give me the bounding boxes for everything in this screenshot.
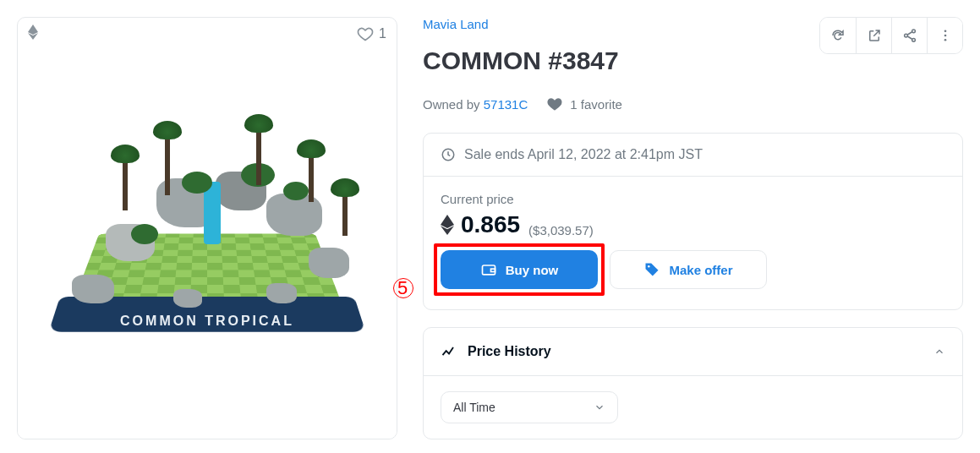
sale-end-text: Sale ends April 12, 2022 at 2:41pm JST: [464, 147, 703, 162]
svg-point-4: [944, 35, 946, 37]
price-usd: ($3,039.57): [528, 223, 594, 237]
history-title: Price History: [468, 344, 551, 359]
svg-point-5: [944, 39, 946, 41]
chain-icon: [28, 25, 38, 42]
top-actions: [819, 17, 963, 54]
favorite-count-large[interactable]: 1 favorite: [546, 96, 622, 112]
favorite-small[interactable]: 1: [357, 25, 386, 42]
favorite-count: 1: [379, 26, 386, 41]
price-history-card: Price History All Time: [423, 327, 963, 439]
svg-point-3: [944, 30, 946, 32]
heart-icon: [546, 96, 563, 112]
refresh-icon: [830, 28, 846, 43]
svg-rect-7: [482, 265, 495, 275]
chevron-down-icon: [594, 401, 605, 413]
buy-now-button[interactable]: Buy now: [441, 250, 598, 289]
price-history-header[interactable]: Price History: [424, 328, 962, 375]
more-icon: [938, 28, 953, 43]
refresh-button[interactable]: [820, 18, 856, 53]
price-label: Current price: [441, 192, 945, 206]
share-icon: [902, 28, 917, 43]
price-value: 0.865: [461, 211, 520, 238]
nft-image[interactable]: COMMON TROPICAL: [18, 49, 397, 439]
favorite-text: 1 favorite: [570, 97, 622, 112]
external-link-icon: [867, 28, 882, 43]
clock-icon: [441, 147, 456, 162]
ethereum-icon: [441, 215, 454, 235]
time-range-select[interactable]: All Time: [441, 391, 618, 423]
nft-image-card: 1: [17, 17, 397, 439]
make-offer-button[interactable]: Make offer: [610, 250, 767, 289]
chart-icon: [441, 343, 457, 360]
tag-icon: [643, 261, 660, 278]
share-button[interactable]: [891, 18, 927, 53]
heart-icon: [357, 25, 374, 42]
external-link-button[interactable]: [856, 18, 891, 53]
select-value: All Time: [453, 401, 495, 414]
chevron-up-icon: [933, 346, 945, 357]
svg-rect-8: [490, 269, 495, 271]
terrain-label: COMMON TROPICAL: [47, 314, 368, 329]
step-highlight: Buy now: [434, 243, 605, 296]
wallet-icon: [480, 261, 497, 278]
owned-by: Owned by 57131C: [423, 97, 528, 112]
sale-card: Sale ends April 12, 2022 at 2:41pm JST C…: [423, 133, 963, 310]
collection-link[interactable]: Mavia Land: [423, 17, 489, 31]
svg-point-9: [648, 265, 650, 268]
step-marker: 5: [395, 277, 405, 299]
more-button[interactable]: [927, 18, 962, 53]
owner-link[interactable]: 57131C: [484, 97, 528, 112]
